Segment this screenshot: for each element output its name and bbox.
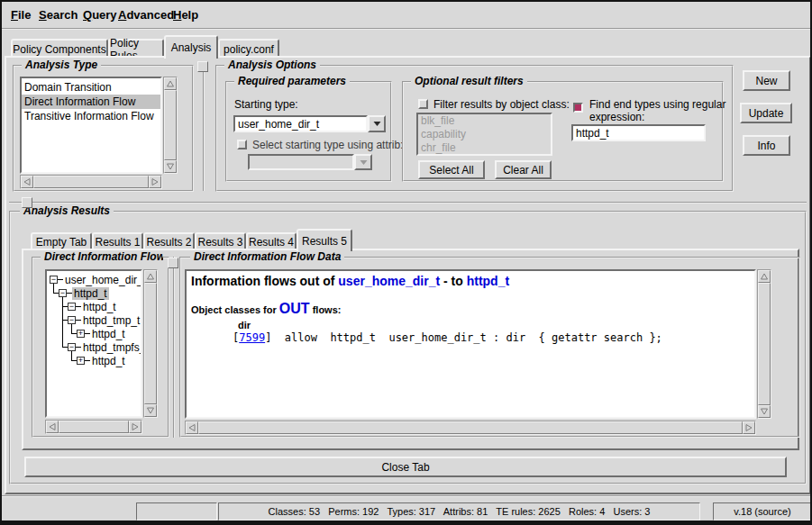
menu-file[interactable]: File (11, 8, 31, 22)
list-item[interactable]: Domain Transition (22, 80, 160, 95)
scroll-up-icon[interactable] (144, 270, 157, 283)
tab-results-4[interactable]: Results 4 (246, 232, 297, 249)
scroll-up-icon[interactable] (758, 270, 771, 283)
attrib-checkbox-label[interactable]: Select starting type using attrib: (252, 139, 403, 151)
menu-bar: File Search Query Advanced Help (2, 2, 810, 30)
analysis-type-vscrollbar[interactable] (163, 77, 178, 174)
pane-divider (203, 65, 205, 191)
tab-results-3[interactable]: Results 3 (195, 232, 246, 249)
pane-sash-handle[interactable] (197, 61, 208, 72)
status-empty-segment (136, 502, 217, 520)
tab-results-1[interactable]: Results 1 (92, 232, 143, 249)
analysis-type-hscrollbar[interactable] (20, 175, 162, 189)
filter-object-class-checkbox[interactable] (418, 99, 428, 109)
flow-data-title: Direct Information Flow Data (190, 251, 344, 263)
regex-checkbox[interactable] (573, 103, 583, 113)
results-pane-sash-handle[interactable] (168, 258, 178, 268)
update-button[interactable]: Update (740, 103, 792, 123)
attrib-checkbox[interactable] (237, 140, 247, 149)
tree-node[interactable]: −httpd_tmpfs_ (68, 340, 142, 354)
scroll-up-icon[interactable] (164, 77, 177, 90)
filter-object-class-label[interactable]: Filter results by object class: (433, 98, 570, 111)
object-class-name: dir (238, 320, 750, 330)
tab-policy-components[interactable]: Policy Components (11, 39, 108, 58)
flow-tree[interactable]: −user_home_dir_t −httpd_t −httpd_t −http… (45, 269, 142, 418)
flow-tree-title: Direct Information Flow Tree (41, 251, 163, 263)
tree-expander-expand-icon[interactable]: + (77, 330, 85, 338)
source-type: user_home_dir_t (338, 274, 440, 288)
tree-connector-line (62, 297, 63, 348)
close-tab-button[interactable]: Close Tab (24, 457, 787, 477)
tree-expander-collapse-icon[interactable]: − (50, 276, 58, 284)
tree-node[interactable]: +httpd_t (77, 354, 127, 367)
scroll-left-icon[interactable] (21, 176, 33, 188)
list-item-selected[interactable]: Direct Information Flow (22, 95, 160, 109)
scroll-right-icon[interactable] (149, 176, 161, 188)
tree-node[interactable]: +httpd_t (77, 327, 127, 340)
rule-number-link[interactable]: 7599 (239, 331, 265, 344)
list-item-disabled: chr_file (418, 141, 551, 155)
chevron-down-icon[interactable] (368, 115, 386, 132)
new-button[interactable]: New (743, 70, 790, 91)
tab-policy-rules[interactable]: Policy Rules (108, 39, 164, 58)
scrollbar-thumb[interactable] (33, 176, 149, 188)
starting-type-label: Starting type: (234, 98, 298, 111)
flow-data-textarea[interactable]: Information flows out of user_home_dir_t… (185, 269, 756, 419)
regex-checkbox-label[interactable]: Find end types using regular expression: (589, 98, 726, 123)
clear-all-button[interactable]: Clear All (495, 160, 552, 179)
scroll-down-icon[interactable] (758, 405, 771, 418)
tree-expander-collapse-icon[interactable]: − (68, 343, 76, 351)
tab-policy-conf[interactable]: policy.conf (218, 39, 279, 58)
tree-expander-expand-icon[interactable]: + (77, 357, 85, 365)
results-pane-divider (173, 257, 176, 438)
tree-expander-collapse-icon[interactable]: − (68, 303, 76, 311)
scroll-left-icon[interactable] (186, 421, 198, 434)
tree-node[interactable]: −httpd_t (59, 286, 109, 300)
analysis-results-title: Analysis Results (20, 205, 114, 217)
tree-node-selected[interactable]: httpd_t (72, 287, 109, 300)
scroll-down-icon[interactable] (164, 160, 177, 173)
flow-direction: OUT (279, 301, 310, 316)
analysis-options-title: Analysis Options (224, 59, 320, 71)
flow-tree-vscrollbar[interactable] (143, 269, 158, 418)
optional-filters-title: Optional result filters (411, 76, 527, 87)
tree-node[interactable]: −user_home_dir_t (50, 273, 142, 286)
menu-advanced[interactable]: Advanced (118, 8, 174, 22)
menu-help[interactable]: Help (173, 8, 198, 22)
scroll-down-icon[interactable] (144, 404, 157, 417)
tab-analysis[interactable]: Analysis (164, 35, 218, 59)
starting-type-combobox[interactable]: user_home_dir_t (233, 115, 386, 132)
tab-empty-tab[interactable]: Empty Tab (31, 232, 92, 249)
flow-data-vscrollbar[interactable] (757, 269, 771, 419)
scrollbar-thumb[interactable] (758, 283, 771, 405)
tree-node[interactable]: −httpd_tmp_t (68, 313, 141, 327)
info-button[interactable]: Info (743, 135, 790, 156)
scroll-right-icon[interactable] (129, 421, 141, 433)
tree-expander-collapse-icon[interactable]: − (59, 289, 67, 297)
scroll-right-icon[interactable] (743, 421, 755, 434)
scrollbar-thumb[interactable] (144, 283, 157, 404)
tab-results-2[interactable]: Results 2 (143, 232, 195, 249)
flow-heading: Information flows out of user_home_dir_t… (191, 274, 750, 288)
scroll-left-icon[interactable] (46, 421, 59, 433)
flow-data-hscrollbar[interactable] (185, 421, 756, 435)
status-version: v.18 (source) (713, 502, 812, 520)
select-all-button[interactable]: Select All (418, 160, 485, 179)
flow-tree-hscrollbar[interactable] (45, 420, 142, 434)
menu-query[interactable]: Query (83, 8, 117, 22)
regex-input[interactable] (571, 124, 706, 141)
scrollbar-thumb[interactable] (59, 421, 129, 433)
pane-divider-horizontal (9, 202, 807, 204)
tab-results-5[interactable]: Results 5 (297, 229, 352, 251)
tree-node[interactable]: −httpd_t (68, 300, 118, 313)
apol-window: File Search Query Advanced Help Policy C… (0, 0, 812, 525)
rule-line: [7599] allow httpd_t user_home_dir_t : d… (233, 331, 750, 344)
scrollbar-thumb[interactable] (198, 421, 743, 434)
list-item[interactable]: Transitive Information Flow (22, 109, 160, 123)
analysis-type-listbox[interactable]: Domain Transition Direct Information Flo… (20, 77, 162, 174)
pane-sash-handle-horizontal[interactable] (22, 197, 32, 208)
starting-type-value: user_home_dir_t (233, 115, 368, 132)
menu-search[interactable]: Search (39, 8, 78, 22)
scrollbar-thumb[interactable] (164, 90, 177, 160)
tree-expander-collapse-icon[interactable]: − (68, 316, 76, 324)
